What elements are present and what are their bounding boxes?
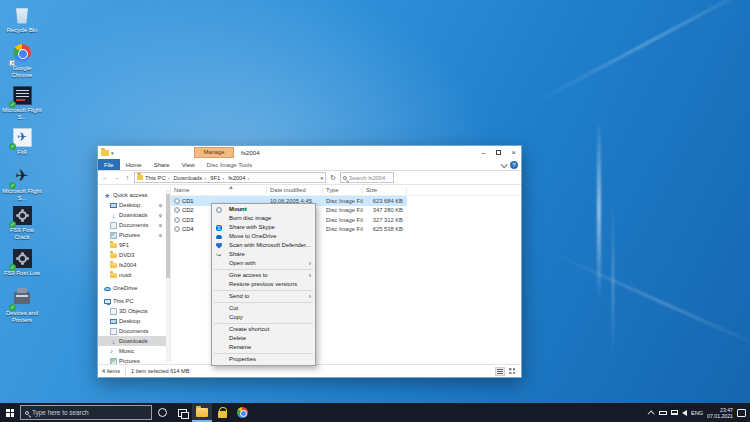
search-placeholder: Search fs2004 bbox=[349, 175, 385, 181]
search-icon bbox=[25, 411, 29, 415]
volume-icon[interactable] bbox=[682, 410, 687, 416]
column-date-modified[interactable]: Date modified bbox=[267, 187, 323, 194]
desktop-icon-chrome[interactable]: ↗ Google Chrome bbox=[2, 42, 42, 78]
sidebar-scrollbar[interactable] bbox=[166, 190, 170, 362]
start-button[interactable] bbox=[0, 403, 20, 422]
language-indicator[interactable]: ENG bbox=[691, 410, 703, 416]
quick-access-toolbar[interactable]: ▾ bbox=[98, 150, 114, 156]
menu-item-restore-previous-versions[interactable]: Restore previous versions bbox=[212, 280, 315, 289]
sidebar-item-desktop[interactable]: Desktop bbox=[98, 200, 170, 210]
battery-icon[interactable] bbox=[659, 411, 667, 415]
address-dropdown-chevron-icon[interactable]: ▾ bbox=[320, 175, 323, 181]
menu-item-send-to[interactable]: Send to bbox=[212, 292, 315, 301]
sidebar-item-downloads[interactable]: ↓ Downloads bbox=[98, 210, 170, 220]
menu-item-move-to-onedrive[interactable]: Move to OneDrive bbox=[212, 232, 315, 241]
sidebar-item-9f1[interactable]: 9F1 bbox=[98, 240, 170, 250]
tab-file[interactable]: File bbox=[98, 159, 120, 170]
cortana-button[interactable] bbox=[152, 403, 172, 422]
sidebar-item-pc-downloads[interactable]: ↓ Downloads bbox=[98, 336, 170, 346]
breadcrumb-this-pc[interactable]: This PC bbox=[145, 175, 172, 181]
breadcrumb-fs2004[interactable]: fs2004 bbox=[228, 175, 251, 181]
title-bar[interactable]: ▾ Manage fs2004 bbox=[98, 146, 521, 159]
disc-image-icon bbox=[174, 226, 180, 232]
desktop-icon-fs9-post-low[interactable]: ✓ FS9 Post Low bbox=[2, 247, 42, 277]
breadcrumb-9f1[interactable]: 9F1 bbox=[210, 175, 226, 181]
menu-item-burn-disc-image[interactable]: Burn disc image bbox=[212, 214, 315, 223]
desktop-icon-flight-sim[interactable]: ✈✓ Microsoft Flight S... bbox=[2, 165, 42, 201]
sidebar-item-documents[interactable]: Documents bbox=[98, 220, 170, 230]
desktop-icon-devices-printers[interactable]: ✓ Devices and Printers bbox=[2, 287, 42, 323]
menu-separator bbox=[214, 353, 313, 354]
forward-button[interactable]: → bbox=[112, 174, 121, 181]
minimize-button[interactable] bbox=[476, 146, 491, 159]
submenu-arrow-icon bbox=[309, 259, 311, 269]
maximize-button[interactable] bbox=[491, 146, 506, 159]
sidebar-item-pc-pictures[interactable]: Pictures bbox=[98, 356, 170, 364]
sidebar-item-nutdi[interactable]: nutdi bbox=[98, 270, 170, 280]
sidebar-item-dvd3[interactable]: DVD3 bbox=[98, 250, 170, 260]
chrome-button[interactable] bbox=[232, 403, 252, 422]
sidebar-item-pc-documents[interactable]: Documents bbox=[98, 326, 170, 336]
column-name[interactable]: Name bbox=[171, 187, 267, 194]
sync-check-icon: ✓ bbox=[9, 304, 16, 311]
taskbar-search-box[interactable]: Type here to search bbox=[20, 405, 152, 420]
menu-item-mount[interactable]: Mount bbox=[212, 205, 315, 214]
sidebar-item-pictures[interactable]: Pictures bbox=[98, 230, 170, 240]
column-type[interactable]: Type bbox=[323, 187, 363, 194]
network-icon[interactable] bbox=[671, 410, 678, 415]
tab-share[interactable]: Share bbox=[148, 159, 176, 170]
search-box[interactable]: Search fs2004 bbox=[340, 172, 394, 183]
task-view-button[interactable] bbox=[172, 403, 192, 422]
desktop-icon-fs9[interactable]: ✈✓ Fs9 bbox=[2, 126, 42, 156]
desktop-icon-recycle-bin[interactable]: Recycle Bin bbox=[2, 4, 42, 34]
menu-item-open-with[interactable]: Open with bbox=[212, 259, 315, 268]
menu-item-rename[interactable]: Rename bbox=[212, 343, 315, 352]
notification-center-icon[interactable] bbox=[737, 409, 746, 417]
menu-item-scan-with-defender[interactable]: Scan with Microsoft Defender... bbox=[212, 241, 315, 250]
desktop-icon-fs9-post-crack[interactable]: ✓ FS9 Post Crack bbox=[2, 204, 42, 240]
tab-disc-image-tools[interactable]: Disc Image Tools bbox=[201, 159, 259, 170]
tab-home[interactable]: Home bbox=[120, 159, 148, 170]
menu-item-share[interactable]: ↪Share bbox=[212, 250, 315, 259]
file-explorer-button[interactable] bbox=[192, 403, 212, 422]
taskbar-search-placeholder: Type here to search bbox=[32, 409, 88, 416]
column-size[interactable]: Size bbox=[363, 187, 407, 194]
breadcrumb-downloads[interactable]: Downloads bbox=[174, 175, 209, 181]
selection-summary: 1 item selected 614 MB bbox=[131, 368, 189, 374]
hidden-icons-chevron-icon[interactable] bbox=[647, 410, 654, 417]
thumbnails-view-button[interactable] bbox=[507, 367, 517, 376]
refresh-button[interactable]: ↻ bbox=[328, 174, 338, 182]
qat-customize-chevron-icon[interactable]: ▾ bbox=[111, 150, 114, 156]
sidebar-item-3d-objects[interactable]: 3D Objects bbox=[98, 306, 170, 316]
help-icon[interactable] bbox=[510, 161, 518, 169]
downloads-icon: ↓ bbox=[110, 338, 117, 345]
menu-item-give-access-to[interactable]: Give access to bbox=[212, 271, 315, 280]
sidebar-item-fs2004[interactable]: fs2004 bbox=[98, 260, 170, 270]
close-button[interactable] bbox=[506, 146, 521, 159]
manage-contextual-tab[interactable]: Manage bbox=[194, 147, 234, 158]
sidebar-onedrive[interactable]: OneDrive bbox=[98, 283, 170, 293]
desktop-icon-flight-sim-box[interactable]: ✓ Microsoft Flight S... bbox=[2, 84, 42, 120]
scrollbar-thumb[interactable] bbox=[166, 194, 170, 278]
menu-item-create-shortcut[interactable]: Create shortcut bbox=[212, 325, 315, 334]
cortana-icon bbox=[158, 408, 167, 417]
back-button[interactable]: ← bbox=[101, 174, 110, 181]
sidebar-item-pc-desktop[interactable]: Desktop bbox=[98, 316, 170, 326]
sidebar-quick-access[interactable]: ★ Quick access bbox=[98, 190, 170, 200]
menu-item-share-with-skype[interactable]: Share with Skype bbox=[212, 223, 315, 232]
menu-item-copy[interactable]: Copy bbox=[212, 313, 315, 322]
address-field[interactable]: This PC Downloads 9F1 fs2004 ▾ bbox=[134, 172, 326, 183]
menu-item-properties[interactable]: Properties bbox=[212, 355, 315, 364]
clock[interactable]: 23:47 07.01.2021 bbox=[707, 407, 733, 419]
details-view-button[interactable] bbox=[495, 367, 505, 376]
up-button[interactable]: ↑ bbox=[123, 174, 132, 181]
sidebar-this-pc[interactable]: This PC bbox=[98, 296, 170, 306]
menu-item-delete[interactable]: Delete bbox=[212, 334, 315, 343]
menu-item-cut[interactable]: Cut bbox=[212, 304, 315, 313]
address-bar: ← → ↑ This PC Downloads 9F1 fs2004 ▾ ↻ S… bbox=[98, 171, 521, 185]
computer-icon bbox=[104, 299, 111, 304]
lock-app-button[interactable] bbox=[212, 403, 232, 422]
tab-view[interactable]: View bbox=[176, 159, 201, 170]
expand-ribbon-chevron-icon[interactable] bbox=[501, 161, 508, 168]
sidebar-item-pc-music[interactable]: ♪ Music bbox=[98, 346, 170, 356]
